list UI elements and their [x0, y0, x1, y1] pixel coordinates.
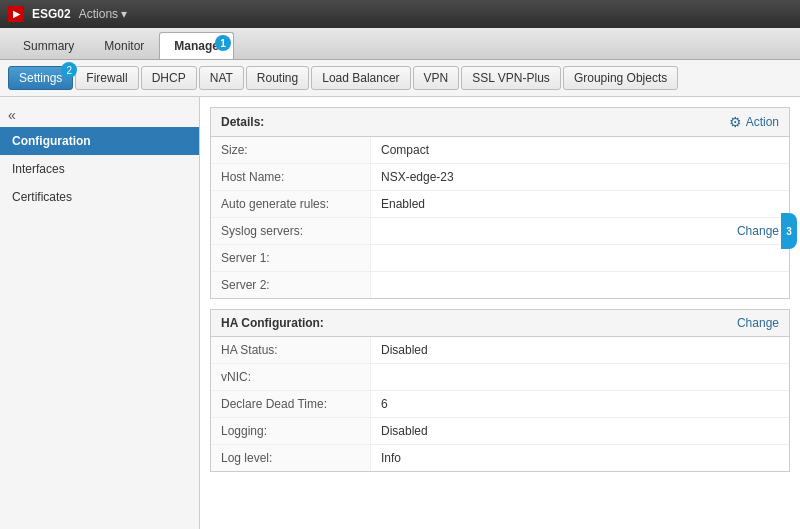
- value-vnic: [371, 364, 789, 390]
- label-vnic: vNIC:: [211, 364, 371, 390]
- content-area: « Configuration Interfaces Certificates …: [0, 97, 800, 529]
- syslog-change-link[interactable]: Change: [727, 218, 789, 244]
- sidebar-item-configuration[interactable]: Configuration: [0, 127, 199, 155]
- value-hostname: NSX-edge-23: [371, 164, 789, 190]
- detail-row-server2: Server 2:: [211, 272, 789, 298]
- value-size: Compact: [371, 137, 789, 163]
- top-bar: ▶ ESG02 Actions ▾: [0, 0, 800, 28]
- actions-menu[interactable]: Actions ▾: [79, 7, 127, 21]
- detail-row-server1: Server 1:: [211, 245, 789, 272]
- main-tabs: Summary Monitor Manage 1: [0, 28, 800, 60]
- ha-header: HA Configuration: Change: [211, 310, 789, 337]
- value-logging: Disabled: [371, 418, 789, 444]
- label-ha-status: HA Status:: [211, 337, 371, 363]
- sidebar-item-interfaces[interactable]: Interfaces: [0, 155, 199, 183]
- detail-row-syslog: Syslog servers: Change 3: [211, 218, 789, 245]
- detail-row-auto-generate: Auto generate rules: Enabled: [211, 191, 789, 218]
- value-auto-generate: Enabled: [371, 191, 789, 217]
- manage-tab-badge: 1: [215, 35, 231, 51]
- ha-title: HA Configuration:: [221, 316, 324, 330]
- detail-row-hostname: Host Name: NSX-edge-23: [211, 164, 789, 191]
- sub-tab-grouping-objects[interactable]: Grouping Objects: [563, 66, 678, 90]
- label-auto-generate: Auto generate rules:: [211, 191, 371, 217]
- sub-tab-nat[interactable]: NAT: [199, 66, 244, 90]
- sub-tab-routing[interactable]: Routing: [246, 66, 309, 90]
- gear-icon: ⚙: [729, 114, 742, 130]
- ha-change-link[interactable]: Change: [737, 316, 779, 330]
- tab-summary[interactable]: Summary: [8, 32, 89, 59]
- sidebar-collapse-button[interactable]: «: [0, 103, 199, 127]
- label-dead-time: Declare Dead Time:: [211, 391, 371, 417]
- details-section: Details: ⚙ Action Size: Compact Host Nam…: [210, 107, 790, 299]
- label-syslog: Syslog servers:: [211, 218, 371, 244]
- sub-tab-dhcp[interactable]: DHCP: [141, 66, 197, 90]
- sub-tab-vpn[interactable]: VPN: [413, 66, 460, 90]
- change-badge-3: 3: [781, 213, 797, 249]
- app-logo: ▶: [8, 6, 24, 22]
- main-content: Details: ⚙ Action Size: Compact Host Nam…: [200, 97, 800, 529]
- detail-row-ha-status: HA Status: Disabled: [211, 337, 789, 364]
- value-server2: [371, 272, 789, 298]
- sidebar: « Configuration Interfaces Certificates: [0, 97, 200, 529]
- details-title: Details:: [221, 115, 264, 129]
- sidebar-item-certificates[interactable]: Certificates: [0, 183, 199, 211]
- detail-row-logging: Logging: Disabled: [211, 418, 789, 445]
- label-size: Size:: [211, 137, 371, 163]
- detail-row-dead-time: Declare Dead Time: 6: [211, 391, 789, 418]
- details-header: Details: ⚙ Action: [211, 108, 789, 137]
- details-action-button[interactable]: ⚙ Action: [729, 114, 779, 130]
- value-log-level: Info: [371, 445, 789, 471]
- tab-monitor[interactable]: Monitor: [89, 32, 159, 59]
- label-logging: Logging:: [211, 418, 371, 444]
- detail-row-log-level: Log level: Info: [211, 445, 789, 471]
- sub-tab-firewall[interactable]: Firewall: [75, 66, 138, 90]
- value-syslog: [371, 218, 727, 244]
- sub-tab-ssl-vpn-plus[interactable]: SSL VPN-Plus: [461, 66, 561, 90]
- sub-tab-load-balancer[interactable]: Load Balancer: [311, 66, 410, 90]
- app-title: ESG02: [32, 7, 71, 21]
- label-server2: Server 2:: [211, 272, 371, 298]
- label-log-level: Log level:: [211, 445, 371, 471]
- value-dead-time: 6: [371, 391, 789, 417]
- label-server1: Server 1:: [211, 245, 371, 271]
- tab-manage[interactable]: Manage 1: [159, 32, 234, 59]
- sub-tabs: Settings 2 Firewall DHCP NAT Routing Loa…: [0, 60, 800, 97]
- detail-row-size: Size: Compact: [211, 137, 789, 164]
- sub-tab-settings[interactable]: Settings 2: [8, 66, 73, 90]
- label-hostname: Host Name:: [211, 164, 371, 190]
- value-ha-status: Disabled: [371, 337, 789, 363]
- ha-section: HA Configuration: Change HA Status: Disa…: [210, 309, 790, 472]
- value-server1: [371, 245, 789, 271]
- detail-row-vnic: vNIC:: [211, 364, 789, 391]
